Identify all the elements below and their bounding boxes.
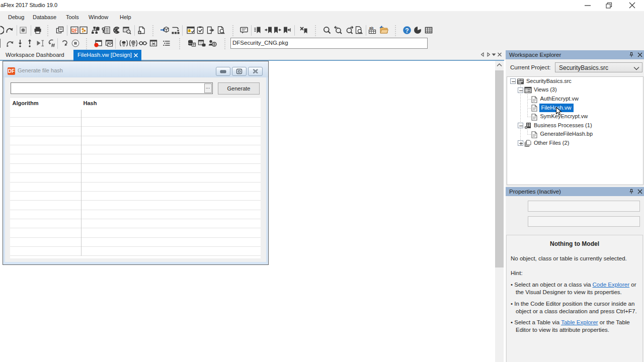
- svg-text:!: !: [189, 29, 190, 32]
- svg-text:?: ?: [405, 27, 409, 34]
- svg-text:ab: ab: [369, 26, 373, 30]
